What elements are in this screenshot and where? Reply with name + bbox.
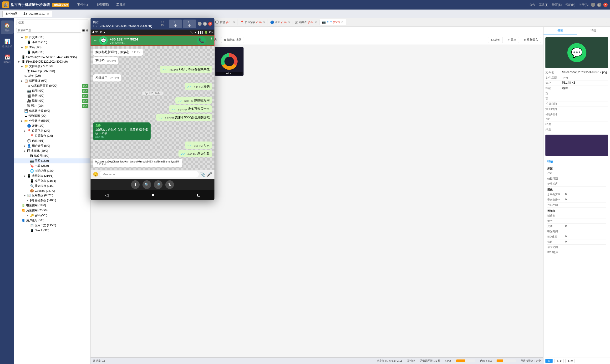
prev-button[interactable]: 上一个 [169,20,182,28]
tree-item[interactable]: 📷 照片 (15/0) [14,158,90,163]
sidebar-item-case[interactable]: 🏠 案件 [1,21,13,34]
next-button[interactable]: 下一个 [183,20,196,28]
zoom-out-btn[interactable]: 🔎 [154,180,163,189]
tree-search-input[interactable] [16,28,81,33]
import-btn[interactable]: 导入 [82,94,88,98]
case-tab-manage[interactable]: 案件管理 [2,11,20,17]
home-nav-btn[interactable] [152,194,154,196]
tab-message[interactable]: 💬 信息 (6/1) ✕ [213,20,238,25]
modal-close-btn[interactable]: ✕ [208,22,212,26]
tree-item[interactable]: 🖼 缩略图 (5/0) [14,153,90,158]
modal-maximize-btn[interactable]: □ [203,22,207,26]
tree-filter-icon[interactable]: ⊞ [82,29,85,32]
tools-btn[interactable]: 工具(T) [539,3,548,7]
reload-btn[interactable]: ↻ 重新载入 [521,37,541,43]
emoji-icon[interactable]: 😊 [93,172,98,177]
tree-item[interactable]: 🖼 照片 (0/0) 导入 [14,104,90,108]
minimize-button[interactable]: ─ [591,3,595,7]
recents-nav-btn[interactable] [197,194,200,196]
tree-item[interactable]: 🏷 标签 (0/0) [14,73,90,78]
image-thumb-5[interactable]: helios... [215,47,244,76]
tree-item[interactable]: 🔋 电量使用 (18/0) [14,203,90,208]
sidebar-item-timeline[interactable]: 📅 时间线 [1,52,13,66]
nav-smart-extract[interactable]: 智能提取 [93,2,113,8]
mic-icon[interactable]: 🎤 [207,172,212,177]
message-input[interactable]: Message [100,171,199,178]
tab-location[interactable]: 📍 位置聚合 (2/0) ✕ [238,20,268,25]
tree-item[interactable]: 💬 信息 (6/1) [14,138,90,143]
tree-item[interactable]: 📷 截图 (0/0) 导入 [14,88,90,93]
tree-item[interactable]: 🔵 蓝牙 (1/0) [14,123,90,128]
tab-bluetooth[interactable]: 🔵 蓝牙 (1/0) ✕ [268,20,293,25]
tree-item[interactable]: 📱 小红书 (1/0) [14,40,90,45]
tree-item[interactable]: ▶ 📂 分类数据 (589/3) [14,118,90,123]
sidebar-item-analysis[interactable]: 📊 数据分析 [1,37,13,50]
right-tab-detail[interactable]: 详情 [577,27,610,35]
tree-item[interactable]: ▶ 📁 生活 (1/0) [14,45,90,50]
tree-item[interactable]: 📱 Samsung20240511201844 (124839/45) [14,55,90,59]
maximize-button[interactable]: □ [597,3,601,7]
attach-icon[interactable]: 📎 [200,172,205,177]
tab-bluetooth-close[interactable]: ✕ [288,21,290,24]
zoom-15x-btn[interactable]: 1.5x [565,359,575,363]
tab-thumbnail-close[interactable]: ✕ [315,21,317,24]
tree-item[interactable]: ▶ 📁 文件系统 (79713/0) [14,64,90,69]
tree-item[interactable]: 📱 美团 (1/0) [14,50,90,55]
tab-location-close[interactable]: ✕ [263,21,265,24]
clear-filter-btn[interactable]: ✕ 清除过滤器 [221,37,244,43]
tree-item[interactable]: ▶ 📋 截屏辅证 (0/0) [14,78,90,83]
tag-btn[interactable]: 🏷 标签 [488,37,503,43]
right-tab-summary[interactable]: 概要 [544,27,577,35]
tree-item[interactable]: 🗜 Pixel.zip (79713/0) [14,69,90,73]
tree-item[interactable]: 📋 应用日志 (215/0) [14,223,90,228]
import-btn[interactable]: 导入 [82,99,88,103]
zoom-12x-btn[interactable]: 1.2x [555,359,564,363]
tree-item[interactable]: ▶ 🎞 多媒体 (20/0) [14,148,90,153]
import-btn[interactable]: 导入 [82,89,88,93]
close-button[interactable]: ✕ [603,3,608,7]
import-btn[interactable]: 导入 [82,84,88,88]
export-btn[interactable]: ↗ 导出 [505,37,519,43]
case-tab-close-icon[interactable]: ✕ [47,13,49,15]
tree-item[interactable]: 🔍 搜索项目 (11/1) [14,183,90,188]
tree-item[interactable]: 🍪 Cookies (287/0) [14,188,90,193]
settings-btn[interactable]: 设置(S) [552,3,562,7]
tree-item[interactable]: 📍 位置聚合 (2/0) [14,133,90,138]
back-nav-btn[interactable]: ◁ [105,192,108,198]
tree-item[interactable]: ▶ 📁 任交通 (1/0) [14,35,90,40]
tree-item[interactable]: 🎬 录屏 (0/0) 导入 [14,93,90,98]
tab-photos-close[interactable]: ✕ [341,21,343,24]
import-btn[interactable]: 导入 [82,104,88,108]
tree-item[interactable]: 📱 应用列表 (216/1) [14,178,90,183]
tree-item[interactable]: 🌐 浏览记录 (12/0) [14,169,90,173]
notice-btn[interactable]: 公告 [530,3,535,7]
tree-item[interactable]: ☁ 云数据源 (0/0) [14,113,90,118]
zoom-1x-btn[interactable]: 1x [545,359,553,363]
download-media-btn[interactable]: ⬇ [131,180,140,189]
modal-minimize-btn[interactable]: ─ [198,22,202,26]
tab-thumbnail[interactable]: 🖼 缩略图 (5/0) ✕ [293,20,320,25]
tree-item[interactable]: 💾 仿真数据源 (0/0) [14,108,90,113]
tree-item[interactable]: ▶ 📱 Pixel20240511201902 (80934/9) [14,59,90,64]
help-btn[interactable]: 帮助(H) [565,3,575,7]
refresh-media-btn[interactable]: ↻ [165,180,174,189]
tree-item[interactable]: 📱 Sim卡 (3/0) [14,228,90,233]
tree-item[interactable]: ▶ 📱 应用列表 (216/1) [14,173,90,178]
tree-item[interactable]: 🔖 书签 (26/0) [14,163,90,169]
tree-item[interactable]: ▶ 💾 基础数据 (510/5) [14,198,90,203]
tree-item[interactable]: ▶ 👤 用户账号 (8/0) [14,143,90,148]
tree-item[interactable]: 🖥 仿真截屏界面 (0/0/0) 导入 [14,83,90,88]
nav-case-center[interactable]: 案件中心 [74,2,93,8]
zoom-in-btn[interactable]: 🔍 [143,180,151,189]
tree-item[interactable]: ▶ 📊 应用数据 (632/6) [14,193,90,198]
tree-item[interactable]: ▶ 🔑 密码 (5/5) [14,213,90,218]
tree-item[interactable]: ▶ 📍 位置信息 (2/0) [14,128,90,133]
about-btn[interactable]: 关于(A) [579,3,589,7]
tree-item[interactable]: 👤 用户账号 (5/5) [14,218,90,223]
tree-item[interactable]: 📶 流量使用 (256/0) [14,208,90,213]
case-tab-current[interactable]: 案件202405112... ✕ [20,11,52,17]
tabs-overflow-icon[interactable]: › [604,21,609,24]
search-input[interactable] [16,20,88,25]
tree-add-icon[interactable]: ⊕ [86,29,88,32]
nav-toolbox[interactable]: 工具箱 [113,2,129,8]
